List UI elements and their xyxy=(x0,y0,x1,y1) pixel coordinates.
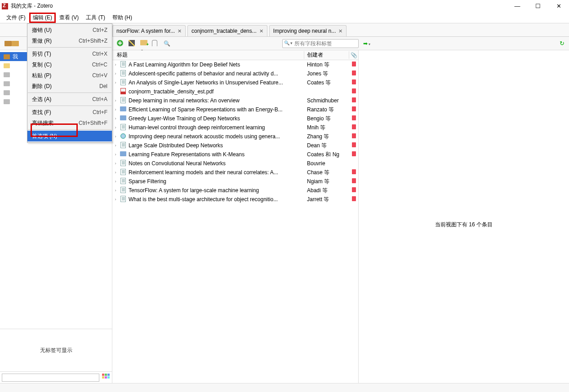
table-row[interactable]: ›An Analysis of Single-Layer Networks in… xyxy=(112,78,358,87)
expand-icon[interactable]: › xyxy=(112,80,119,85)
expand-icon[interactable]: › xyxy=(112,170,119,175)
tab-item[interactable]: nsorFlow: A system for... ✕ xyxy=(112,25,186,36)
item-creator: Coates 和 Ng xyxy=(304,151,349,159)
new-item-button[interactable] xyxy=(117,40,124,47)
item-type-icon xyxy=(119,115,128,122)
table-row[interactable]: ›TensorFlow: A system for large-scale ma… xyxy=(112,186,358,195)
menu-paste[interactable]: 粘贴 (P) Ctrl+V xyxy=(27,70,112,81)
menu-tools[interactable]: 工具 (T) xyxy=(82,13,109,23)
menu-find[interactable]: 查找 (F) Ctrl+F xyxy=(27,107,112,118)
menu-select-all[interactable]: 全选 (A) Ctrl+A xyxy=(27,94,112,105)
toolbar-mid: 🔍 ▾ xyxy=(112,39,359,48)
item-title: What is the best multi-stage architectur… xyxy=(128,196,304,203)
table-row[interactable]: ›Notes on Convolutional Neural NetworksB… xyxy=(112,159,358,168)
close-icon[interactable]: ✕ xyxy=(259,28,263,34)
item-type-icon xyxy=(119,124,128,132)
table-row[interactable]: ›Greedy Layer-Wise Training of Deep Netw… xyxy=(112,114,358,123)
expand-icon[interactable]: › xyxy=(112,143,119,148)
edit-menu-dropdown: 撤销 (U) Ctrl+Z 重做 (R) Ctrl+Shift+Z 剪切 (T)… xyxy=(27,23,112,143)
column-header-title[interactable]: 标题 xyxy=(112,51,304,59)
table-row[interactable]: ›A Fast Learning Algorithm for Deep Beli… xyxy=(112,60,358,69)
item-type-icon xyxy=(119,88,128,96)
expand-icon[interactable]: › xyxy=(112,134,119,139)
expand-icon[interactable]: › xyxy=(112,62,119,67)
search-mode-dropdown-icon[interactable]: ▾ xyxy=(284,40,293,45)
new-library-icon[interactable] xyxy=(12,41,19,46)
toolbar-right: ➡ ↻ xyxy=(359,40,569,47)
menu-edit[interactable]: 编辑 (E) xyxy=(29,13,56,23)
menu-separator xyxy=(28,92,111,93)
tab-item[interactable]: Improving deep neural n... ✕ xyxy=(269,25,347,36)
expand-icon[interactable]: › xyxy=(112,188,119,193)
table-row[interactable]: ›Human-level control through deep reinfo… xyxy=(112,123,358,132)
table-row[interactable]: ›Adolescent-specific patterns of behavio… xyxy=(112,69,358,78)
sync-icon[interactable]: ↻ xyxy=(560,40,565,47)
item-type-icon xyxy=(119,133,128,140)
expand-icon[interactable]: › xyxy=(112,179,119,184)
items-pane: 标题 创建者 📎 ›A Fast Learning Algorithm for … xyxy=(112,50,359,383)
item-type-icon xyxy=(119,79,128,87)
expand-icon[interactable]: › xyxy=(112,161,119,166)
column-header-attachment-icon[interactable]: 📎 xyxy=(349,52,358,58)
item-title: Human-level control through deep reinfor… xyxy=(128,124,304,131)
menu-delete[interactable]: 删除 (D) Del xyxy=(27,81,112,92)
advanced-search-icon[interactable]: 🔍 xyxy=(164,40,170,47)
item-title: Large Scale Distributed Deep Networks xyxy=(128,142,304,149)
locate-button[interactable]: ➡ xyxy=(363,40,370,47)
menu-view[interactable]: 查看 (V) xyxy=(56,13,82,23)
item-type-icon xyxy=(119,61,128,69)
table-row[interactable]: ›Improving deep neural network acoustic … xyxy=(112,132,358,141)
table-row[interactable]: ›Large Scale Distributed Deep NetworksDe… xyxy=(112,141,358,150)
close-icon[interactable]: ✕ xyxy=(178,28,182,34)
item-attachment-icon xyxy=(349,124,358,131)
search-input[interactable] xyxy=(282,39,359,48)
menu-undo[interactable]: 撤销 (U) Ctrl+Z xyxy=(27,25,112,35)
item-attachment-icon xyxy=(349,133,358,140)
expand-icon[interactable]: › xyxy=(112,107,119,112)
item-type-icon xyxy=(119,160,128,167)
item-creator: Dean 等 xyxy=(304,142,349,150)
menu-copy[interactable]: 复制 (C) Ctrl+C xyxy=(27,59,112,70)
expand-icon[interactable]: › xyxy=(112,71,119,76)
table-row[interactable]: ›Deep learning in neural networks: An ov… xyxy=(112,96,358,105)
table-row[interactable]: ›Efficient Learning of Sparse Representa… xyxy=(112,105,358,114)
tag-filter-input[interactable] xyxy=(2,374,99,382)
add-attachment-button[interactable] xyxy=(152,40,159,47)
column-header-creator[interactable]: 创建者 xyxy=(304,51,349,59)
trash-icon xyxy=(4,99,10,104)
app-logo-icon xyxy=(2,3,8,9)
item-title: Deep learning in neural networks: An ove… xyxy=(128,97,304,104)
item-title: conjnorm_tractable_density_est.pdf xyxy=(128,88,304,95)
tag-color-grid-icon[interactable] xyxy=(102,374,110,382)
item-type-icon xyxy=(119,151,128,158)
close-button[interactable]: ✕ xyxy=(548,0,569,12)
item-type-icon xyxy=(119,97,128,105)
table-row[interactable]: ›Learning Feature Representations with K… xyxy=(112,150,358,159)
expand-icon[interactable]: › xyxy=(112,125,119,130)
menu-help[interactable]: 帮助 (H) xyxy=(109,13,136,23)
minimize-button[interactable]: — xyxy=(507,0,528,12)
expand-icon[interactable]: › xyxy=(112,197,119,202)
menu-file[interactable]: 文件 (F) xyxy=(3,13,29,23)
close-icon[interactable]: ✕ xyxy=(338,28,342,34)
menu-redo[interactable]: 重做 (R) Ctrl+Shift+Z xyxy=(27,35,112,46)
table-row[interactable]: ›Reinforcement learning models and their… xyxy=(112,168,358,177)
item-attachment-icon xyxy=(349,70,358,77)
new-note-button[interactable] xyxy=(140,40,147,47)
table-row[interactable]: conjnorm_tractable_density_est.pdf xyxy=(112,87,358,96)
table-row[interactable]: ›Sparse FilteringNgiam 等 xyxy=(112,177,358,186)
item-details-pane: 当前视图下有 16 个条目 xyxy=(359,50,569,383)
menu-cut[interactable]: 剪切 (T) Ctrl+X xyxy=(27,48,112,59)
menu-preferences[interactable]: 首选项 (N) xyxy=(27,131,112,141)
expand-icon[interactable]: › xyxy=(112,116,119,121)
add-by-identifier-button[interactable] xyxy=(129,40,136,47)
expand-icon[interactable]: › xyxy=(112,98,119,103)
menu-advanced-search[interactable]: 高级搜索 Ctrl+Shift+F xyxy=(27,118,112,128)
item-title: A Fast Learning Algorithm for Deep Belie… xyxy=(128,62,304,68)
new-collection-icon[interactable] xyxy=(4,41,12,46)
maximize-button[interactable]: ☐ xyxy=(528,0,548,12)
item-title: Learning Feature Representations with K-… xyxy=(128,151,304,158)
table-row[interactable]: ›What is the best multi-stage architectu… xyxy=(112,195,358,204)
tab-item[interactable]: conjnorm_tractable_dens... ✕ xyxy=(187,25,267,36)
expand-icon[interactable]: › xyxy=(112,152,119,157)
